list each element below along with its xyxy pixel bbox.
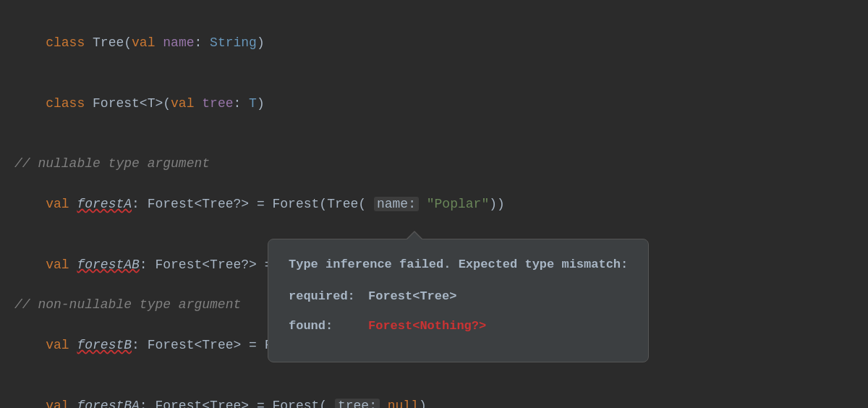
string-poplar-1: "Poplar" — [427, 197, 489, 211]
var-forestab: forestAB — [77, 258, 139, 272]
class-tree: Tree — [93, 35, 124, 50]
class-forest: Forest<T> — [93, 96, 163, 111]
type-forest-tree-nullable-2: Forest<Tree?> — [155, 258, 256, 272]
keyword-val-1: val — [132, 35, 163, 50]
keyword-val-4: val — [46, 258, 77, 272]
code-line-9: val forestBA: Forest<Tree> = Forest( tre… — [14, 376, 854, 408]
code-editor: class Tree(val name: String) class Fores… — [0, 0, 868, 408]
type-forest-tree-1: Forest<Tree> — [148, 338, 242, 352]
tooltip-title: Type inference failed. Expected type mis… — [289, 255, 628, 274]
label-name-1: name: — [374, 197, 419, 211]
type-t: T — [249, 96, 257, 111]
prop-name: name — [163, 35, 194, 50]
type-forest-tree-nullable-1: Forest<Tree?> — [148, 197, 249, 211]
keyword-val-5: val — [46, 338, 77, 352]
error-tooltip: Type inference failed. Expected type mis… — [268, 239, 649, 362]
type-forest-tree-2: Forest<Tree> — [155, 399, 249, 408]
tooltip-found-label: found: — [289, 317, 368, 336]
null-2-underlined: null — [388, 399, 419, 408]
var-forestb: forestB — [77, 338, 132, 352]
tooltip-required-value: Forest<Tree> — [368, 287, 456, 306]
tooltip-required-row: required: Forest<Tree> — [289, 287, 628, 306]
tooltip-found-row: found: Forest<Nothing?> — [289, 317, 628, 336]
code-line-comment-1: // nullable type argument — [14, 154, 854, 174]
code-line-2: class Forest<T>(val tree: T) — [14, 74, 854, 135]
code-line-1: class Tree(val name: String) — [14, 13, 854, 74]
code-line-empty — [14, 134, 854, 154]
tooltip-required-label: required: — [289, 287, 368, 306]
var-foresta: forestA — [77, 197, 132, 211]
label-tree-2: tree: — [335, 399, 380, 408]
tooltip-found-value: Forest<Nothing?> — [368, 317, 486, 336]
code-line-5: val forestA: Forest<Tree?> = Forest(Tree… — [14, 174, 854, 235]
keyword-val-2: val — [171, 96, 202, 111]
type-string: String — [210, 35, 257, 50]
var-forestba: forestBA — [77, 399, 139, 408]
keyword-class: class — [46, 35, 93, 50]
keyword-val-6: val — [46, 399, 77, 408]
keyword-val-3: val — [46, 197, 77, 211]
keyword-class-2: class — [46, 96, 93, 111]
prop-tree: tree — [202, 96, 233, 111]
